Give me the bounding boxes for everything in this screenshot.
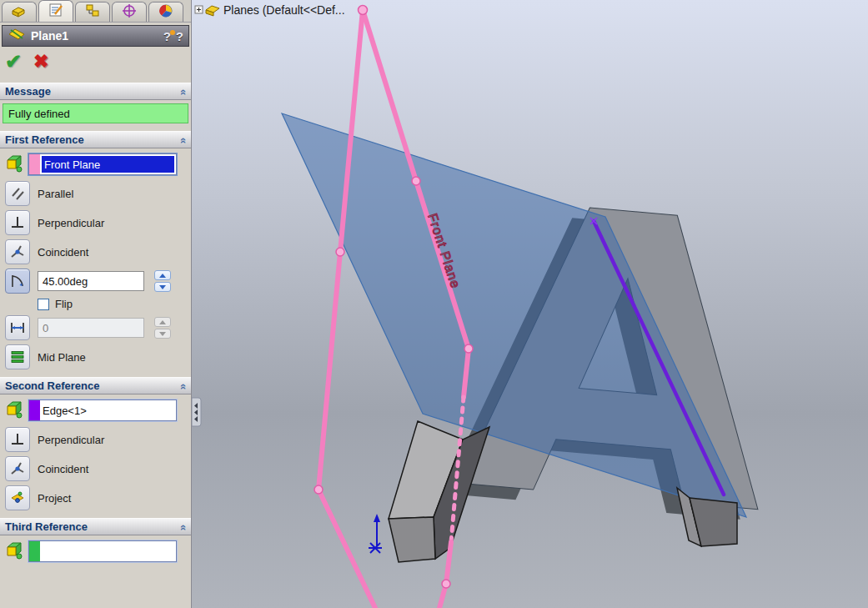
propertymanager-titlebar: Plane1 ? ? — [2, 25, 189, 47]
reference-cube-icon — [5, 399, 23, 423]
mid-plane-icon[interactable] — [5, 344, 30, 369]
option-mid-plane[interactable]: Mid Plane — [5, 344, 191, 369]
angle-icon[interactable] — [5, 269, 30, 294]
coincident-icon[interactable] — [5, 239, 30, 264]
displaymanager-icon — [158, 3, 174, 22]
feature-tree-root-label: Planes (Default<<Def... — [223, 3, 345, 17]
flip-row: Flip — [38, 298, 191, 310]
propertymanager-panel: Plane1 ? ? ✔ ✖ Message « Fully defined F… — [0, 0, 192, 608]
status-fully-defined: Fully defined — [3, 103, 188, 123]
collapse-chevron-icon[interactable]: « — [178, 138, 190, 142]
angle-row: 45.00deg — [5, 269, 191, 294]
offset-row: 0 — [5, 315, 191, 340]
third-reference-swatch — [29, 541, 40, 561]
offset-input: 0 — [38, 318, 144, 338]
perpendicular-icon[interactable] — [5, 427, 30, 452]
ok-button[interactable]: ✔ — [5, 53, 22, 70]
section-first-reference-title: First Reference — [5, 133, 182, 146]
section-message-title: Message — [5, 85, 182, 98]
coincident-label: Coincident — [38, 463, 88, 475]
flip-label: Flip — [55, 298, 73, 310]
panel-title: Plane1 — [31, 29, 158, 43]
tab-propertymanager[interactable] — [38, 0, 73, 22]
third-reference-selected-item[interactable] — [40, 541, 176, 561]
graphics-viewport[interactable]: A A — [192, 0, 868, 608]
tab-featuremanager[interactable] — [2, 2, 37, 22]
option-project[interactable]: Project — [5, 485, 191, 510]
part-icon — [206, 6, 219, 16]
offset-spin-up — [154, 317, 171, 327]
tab-displaymanager[interactable] — [148, 2, 183, 22]
solidworks-window: Plane1 ? ? ✔ ✖ Message « Fully defined F… — [0, 0, 868, 608]
cancel-button[interactable]: ✖ — [33, 53, 48, 70]
perpendicular-label: Perpendicular — [38, 434, 104, 446]
context-help-icon[interactable]: ? — [163, 29, 171, 43]
offset-spin-down — [154, 329, 171, 339]
help-icon[interactable]: ? — [176, 29, 183, 43]
featuremanager-tree-icon — [10, 3, 28, 22]
option-coincident[interactable]: Coincident — [5, 239, 191, 264]
section-message[interactable]: Message « — [0, 83, 191, 100]
tab-dimxpertmanager[interactable] — [112, 2, 147, 22]
option-perpendicular[interactable]: Perpendicular — [5, 210, 191, 235]
project-icon[interactable] — [5, 485, 30, 510]
configurationmanager-icon — [84, 3, 101, 22]
propertymanager-icon — [48, 3, 64, 21]
tab-configurationmanager[interactable] — [75, 2, 110, 22]
panel-splitter-handle[interactable] — [192, 398, 201, 426]
mid-plane-label: Mid Plane — [38, 351, 86, 364]
coincident-label: Coincident — [38, 246, 88, 259]
feature-tree-root[interactable]: Planes (Default<<Def... — [195, 3, 345, 17]
section-first-reference[interactable]: First Reference « — [0, 131, 191, 148]
angle-spin-up[interactable] — [154, 270, 171, 280]
parallel-icon[interactable] — [5, 181, 30, 206]
collapse-chevron-icon[interactable]: « — [178, 89, 190, 93]
action-row: ✔ ✖ — [0, 47, 191, 75]
collapse-chevron-icon[interactable]: « — [178, 525, 190, 529]
parallel-label: Parallel — [38, 188, 73, 200]
origin-triad-icon — [369, 514, 382, 553]
distance-icon[interactable] — [5, 315, 30, 340]
first-reference-selection-box[interactable]: Front Plane — [28, 153, 177, 175]
perpendicular-icon[interactable] — [5, 210, 30, 235]
dimxpertmanager-icon — [121, 3, 138, 22]
option-perpendicular-2[interactable]: Perpendicular — [5, 427, 191, 452]
second-reference-selected-item[interactable]: Edge<1> — [40, 400, 176, 420]
first-reference-swatch — [29, 154, 40, 174]
viewport-canvas: A A — [192, 0, 868, 608]
project-label: Project — [38, 492, 71, 505]
collapse-chevron-icon[interactable]: « — [178, 384, 190, 388]
option-parallel[interactable]: Parallel — [5, 181, 191, 206]
reference-cube-icon — [5, 153, 23, 177]
section-third-reference[interactable]: Third Reference « — [0, 518, 191, 535]
perpendicular-label: Perpendicular — [38, 217, 104, 229]
third-reference-selection-box[interactable] — [28, 540, 177, 562]
plane-feature-icon — [8, 27, 26, 45]
manager-tabbar — [0, 0, 191, 23]
section-third-reference-title: Third Reference — [5, 520, 182, 533]
second-reference-selection-box[interactable]: Edge<1> — [28, 399, 177, 421]
section-second-reference[interactable]: Second Reference « — [0, 377, 191, 394]
flip-checkbox[interactable] — [38, 299, 49, 310]
angle-input[interactable]: 45.00deg — [38, 271, 144, 291]
section-second-reference-title: Second Reference — [5, 379, 182, 392]
option-coincident-2[interactable]: Coincident — [5, 456, 191, 481]
first-reference-selected-item[interactable]: Front Plane — [42, 156, 174, 173]
coincident-icon[interactable] — [5, 456, 30, 481]
angle-spin-down[interactable] — [154, 282, 171, 292]
second-reference-swatch — [29, 400, 40, 420]
reference-cube-icon — [5, 540, 23, 564]
